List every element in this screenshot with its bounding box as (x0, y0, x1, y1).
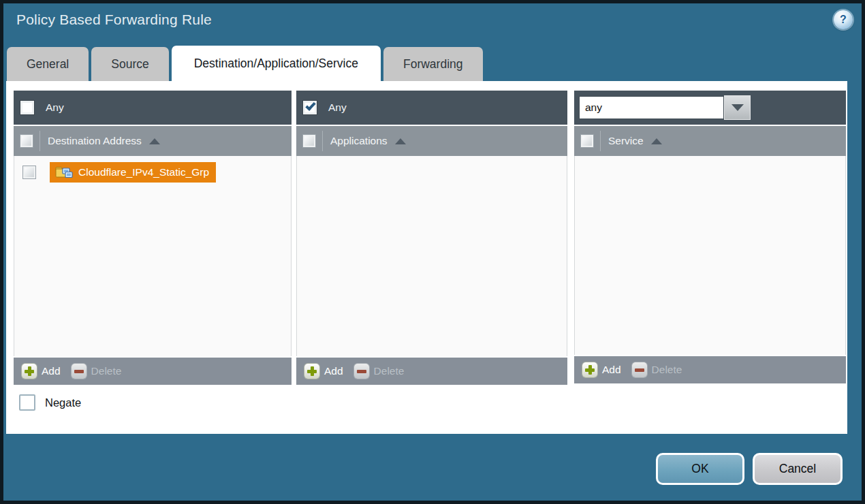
destination-address-header-row: Destination Address (14, 125, 292, 156)
add-icon[interactable] (304, 364, 319, 379)
destination-address-column: Any Destination Address (14, 91, 292, 385)
destination-any-label: Any (46, 101, 64, 114)
service-add-button[interactable]: Add (602, 364, 621, 376)
header-divider (40, 131, 40, 151)
sort-ascending-icon[interactable] (395, 138, 406, 144)
destination-any-checkbox[interactable] (20, 101, 34, 114)
applications-select-all-checkbox[interactable] (303, 135, 315, 147)
service-footer-bar: Add Delete (574, 355, 846, 383)
add-icon[interactable] (582, 362, 597, 377)
header-divider (322, 131, 323, 151)
negate-row: Negate (19, 394, 81, 411)
delete-icon[interactable] (72, 364, 86, 379)
applications-any-row: Any (296, 91, 567, 125)
item-checkbox[interactable] (23, 166, 35, 178)
tab-general[interactable]: General (7, 47, 89, 82)
tab-bar: General Source Destination/Application/S… (7, 46, 483, 82)
applications-list (296, 156, 567, 356)
negate-checkbox[interactable] (19, 394, 35, 411)
address-group-icon (55, 166, 73, 180)
tab-source[interactable]: Source (91, 47, 168, 82)
tab-forwarding[interactable]: Forwarding (383, 47, 483, 82)
tab-destination-application-service[interactable]: Destination/Application/Service (172, 46, 381, 82)
service-column: any Service Add Delete (574, 91, 846, 383)
dropdown-button[interactable] (725, 96, 750, 119)
dialog-title: Policy Based Forwarding Rule (16, 12, 212, 28)
service-dropdown-row: any (574, 91, 846, 125)
applications-any-checkbox[interactable] (303, 101, 317, 114)
service-select-all-checkbox[interactable] (581, 135, 593, 147)
service-header-label[interactable]: Service (608, 135, 644, 147)
delete-icon[interactable] (354, 364, 369, 379)
list-item: Cloudflare_IPv4_Static_Grp (14, 159, 291, 185)
cancel-button[interactable]: Cancel (753, 453, 843, 485)
negate-label: Negate (45, 396, 81, 409)
destination-add-button[interactable]: Add (42, 365, 61, 377)
tab-content-panel: Any Destination Address (6, 81, 847, 434)
destination-address-item[interactable]: Cloudflare_IPv4_Static_Grp (50, 162, 216, 183)
service-delete-button[interactable]: Delete (652, 364, 682, 376)
chevron-down-icon (732, 104, 744, 111)
applications-any-label: Any (328, 101, 347, 114)
help-icon[interactable]: ? (834, 10, 853, 29)
checkmark-icon (305, 100, 315, 111)
applications-header-label[interactable]: Applications (330, 135, 388, 147)
service-mode-dropdown: any (579, 96, 750, 119)
header-divider (600, 131, 601, 151)
applications-column: Any Applications Add Delete (296, 91, 567, 385)
destination-any-row: Any (14, 91, 292, 125)
delete-icon[interactable] (632, 362, 647, 377)
sort-ascending-icon[interactable] (149, 138, 160, 144)
destination-footer-bar: Add Delete (14, 356, 292, 385)
destination-address-list: Cloudflare_IPv4_Static_Grp (14, 156, 292, 356)
destination-select-all-checkbox[interactable] (20, 135, 33, 147)
add-icon[interactable] (22, 364, 37, 379)
help-question-glyph: ? (840, 14, 847, 26)
applications-header-row: Applications (296, 125, 567, 156)
service-header-row: Service (574, 125, 846, 156)
destination-address-item-label: Cloudflare_IPv4_Static_Grp (78, 166, 209, 178)
destination-delete-button[interactable]: Delete (91, 365, 122, 377)
service-list (574, 156, 846, 355)
destination-address-header-label[interactable]: Destination Address (48, 135, 142, 147)
service-mode-dropdown-value[interactable]: any (579, 96, 724, 119)
ok-button[interactable]: OK (656, 453, 744, 485)
applications-delete-button[interactable]: Delete (374, 365, 405, 377)
applications-add-button[interactable]: Add (324, 365, 343, 377)
applications-footer-bar: Add Delete (296, 356, 567, 385)
pbf-rule-dialog: Policy Based Forwarding Rule ? General S… (0, 0, 865, 504)
sort-ascending-icon[interactable] (651, 138, 662, 144)
